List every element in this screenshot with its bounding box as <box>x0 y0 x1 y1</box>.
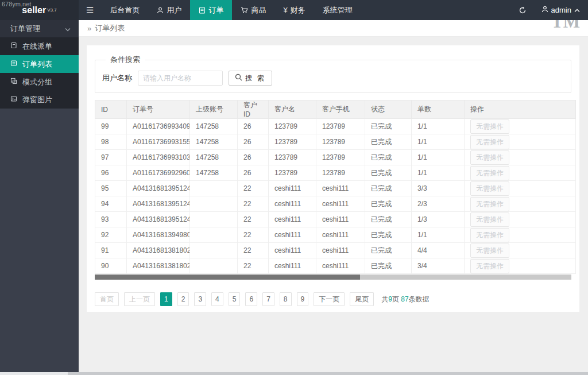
cell-customer-phone: 123789 <box>316 150 365 165</box>
pagination-page-1[interactable]: 1 <box>160 292 172 306</box>
no-action-button[interactable]: 无需操作 <box>470 228 509 242</box>
nav-item-dashboard[interactable]: 后台首页 <box>101 0 148 20</box>
pagination-page-7[interactable]: 7 <box>262 292 274 306</box>
cell-id: 99 <box>95 119 127 134</box>
table-row: 95 A04131681395124598 22 ceshi111 ceshi1… <box>95 181 576 196</box>
no-action-button[interactable]: 无需操作 <box>470 181 509 196</box>
watermark-domain: 678ym.net <box>2 1 31 7</box>
cell-customer-id: 26 <box>238 119 269 134</box>
cell-id: 96 <box>95 165 127 181</box>
nav-item-finance[interactable]: ¥ 财务 <box>274 0 314 20</box>
cell-customer-phone: ceshi111 <box>316 227 365 243</box>
page-horizontal-scrollbar-thumb[interactable] <box>0 372 68 375</box>
cell-customer-id: 22 <box>238 212 269 227</box>
summary-total-items: 87 <box>401 295 408 303</box>
sidebar: 订单管理 在线派单 订单列表 模式分组 弹窗图片 <box>0 20 79 372</box>
no-action-button[interactable]: 无需操作 <box>470 119 509 134</box>
username-field-label: 用户名称 <box>102 73 132 83</box>
refresh-icon[interactable] <box>519 6 527 14</box>
cell-parent-account: 147258 <box>190 119 238 134</box>
cell-customer-phone: ceshi111 <box>316 243 365 258</box>
user-menu[interactable]: admin <box>541 6 580 14</box>
cell-customer-name: ceshi111 <box>269 181 316 196</box>
cell-parent-account <box>190 212 238 227</box>
pagination-page-9[interactable]: 9 <box>297 292 309 306</box>
pagination: 首页 上一页 1 2 3 4 5 6 7 8 9 下一页 尾页 共9页 87条数… <box>95 292 571 306</box>
cell-parent-account <box>190 196 238 212</box>
pagination-page-8[interactable]: 8 <box>280 292 292 306</box>
table-row: 96 A01161736992960833 147258 26 123789 1… <box>95 165 576 181</box>
user-icon <box>541 6 548 14</box>
no-action-button[interactable]: 无需操作 <box>470 243 509 258</box>
table-row: 98 A01161736993155628 147258 26 123789 1… <box>95 134 576 150</box>
cell-customer-id: 22 <box>238 227 269 243</box>
cell-order-no: A04131681395124517 <box>127 212 190 227</box>
sidebar-item-online-dispatch[interactable]: 在线派单 <box>0 37 79 55</box>
cell-customer-name: 123789 <box>269 150 316 165</box>
cell-id: 92 <box>95 227 127 243</box>
sidebar-item-label: 在线派单 <box>22 41 52 52</box>
cell-id: 95 <box>95 181 127 196</box>
nav-item-system[interactable]: 系统管理 <box>314 0 361 20</box>
cell-count: 1/1 <box>412 119 465 134</box>
no-action-button[interactable]: 无需操作 <box>470 166 509 180</box>
table-scrollbar[interactable] <box>95 275 571 280</box>
table-scrollbar-thumb[interactable] <box>95 275 360 280</box>
top-header: seller V3.7 ☰ 后台首页 用户 订单 商品 ¥ 财务 系统管理 <box>0 0 588 20</box>
pagination-page-5[interactable]: 5 <box>229 292 241 306</box>
nav-item-orders[interactable]: 订单 <box>190 0 232 20</box>
pagination-page-2[interactable]: 2 <box>177 292 189 306</box>
pagination-page-4[interactable]: 4 <box>211 292 223 306</box>
status-badge: 已完成 <box>365 150 412 165</box>
cell-id: 94 <box>95 196 127 212</box>
cell-customer-phone: ceshi111 <box>316 258 365 274</box>
status-badge: 已完成 <box>365 212 412 227</box>
sidebar-item-order-list[interactable]: 订单列表 <box>0 55 79 73</box>
no-action-button[interactable]: 无需操作 <box>470 212 509 227</box>
pagination-next[interactable]: 下一页 <box>314 292 345 306</box>
table-row: 91 A04131681381802494 22 ceshi111 ceshi1… <box>95 243 576 258</box>
table-header-row: ID 订单号 上级账号 客户ID 客户名 客户手机 状态 单数 操作 <box>95 100 576 119</box>
no-action-button[interactable]: 无需操作 <box>470 135 509 149</box>
nav-label: 订单 <box>208 5 223 16</box>
no-action-button[interactable]: 无需操作 <box>470 259 509 273</box>
status-badge: 已完成 <box>365 181 412 196</box>
sidebar-item-label: 弹窗图片 <box>22 95 52 105</box>
sidebar-item-label: 模式分组 <box>22 77 52 87</box>
nav-label: 商品 <box>251 5 266 16</box>
cell-parent-account: 147258 <box>190 165 238 181</box>
nav-label: 用户 <box>167 5 181 16</box>
cell-order-no: A01161736992960833 <box>127 165 190 181</box>
cell-customer-name: 123789 <box>269 134 316 150</box>
pagination-page-3[interactable]: 3 <box>194 292 206 306</box>
username-input[interactable] <box>138 71 223 86</box>
cell-customer-phone: ceshi111 <box>316 212 365 227</box>
hamburger-icon[interactable]: ☰ <box>79 0 101 20</box>
search-button[interactable]: 搜 索 <box>229 71 272 86</box>
sidebar-item-popup-image[interactable]: 弹窗图片 <box>0 91 79 109</box>
dispatch-icon <box>10 42 17 51</box>
status-badge: 已完成 <box>365 227 412 243</box>
cell-count: 4/4 <box>412 243 465 258</box>
sidebar-section-order-management[interactable]: 订单管理 <box>0 20 79 37</box>
summary-suffix: 条数据 <box>409 295 430 303</box>
section-label: 订单管理 <box>10 24 40 34</box>
page-horizontal-scrollbar[interactable] <box>0 372 588 375</box>
cell-customer-id: 22 <box>238 258 269 274</box>
pagination-last[interactable]: 尾页 <box>350 292 374 306</box>
cell-customer-name: ceshi111 <box>269 227 316 243</box>
pagination-page-6[interactable]: 6 <box>245 292 257 306</box>
cell-customer-id: 22 <box>238 196 269 212</box>
cell-parent-account <box>190 258 238 274</box>
cell-customer-id: 22 <box>238 243 269 258</box>
no-action-button[interactable]: 无需操作 <box>470 197 509 211</box>
cell-customer-name: ceshi111 <box>269 196 316 212</box>
header-right: admin <box>519 0 588 20</box>
pagination-first[interactable]: 首页 <box>95 292 119 306</box>
pagination-prev[interactable]: 上一页 <box>124 292 155 306</box>
sidebar-item-mode-group[interactable]: 模式分组 <box>0 73 79 91</box>
no-action-button[interactable]: 无需操作 <box>470 150 509 165</box>
cell-parent-account <box>190 181 238 196</box>
nav-item-goods[interactable]: 商品 <box>232 0 274 20</box>
nav-item-users[interactable]: 用户 <box>148 0 190 20</box>
